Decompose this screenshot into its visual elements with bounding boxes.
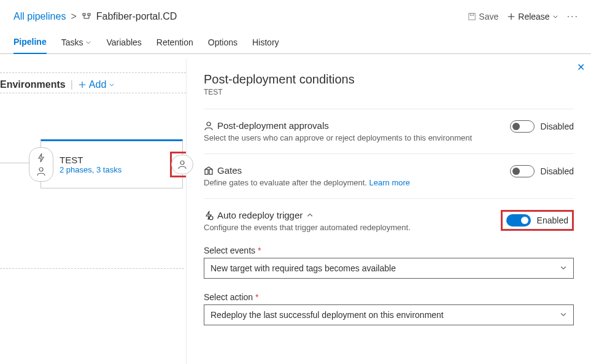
gates-icon xyxy=(204,166,214,176)
action-select[interactable]: Redeploy the last successful deployment … xyxy=(204,304,574,325)
panel-subtitle: TEST xyxy=(204,88,574,96)
redeploy-desc: Configure the events that trigger automa… xyxy=(204,223,411,232)
divider xyxy=(0,268,184,269)
trigger-icon xyxy=(204,211,214,220)
gates-desc: Define gates to evaluate after the deplo… xyxy=(204,178,369,187)
overflow-menu-button[interactable]: ··· xyxy=(567,11,579,22)
add-environment-label: Add xyxy=(89,79,106,90)
chevron-down-icon xyxy=(85,39,91,45)
gates-learn-more-link[interactable]: Learn more xyxy=(369,178,410,187)
chevron-down-icon xyxy=(560,263,567,273)
approvals-toggle[interactable] xyxy=(510,120,535,133)
tab-tasks-label: Tasks xyxy=(61,37,83,47)
release-button[interactable]: Release xyxy=(507,12,558,21)
person-icon xyxy=(177,160,187,169)
tabs: Pipeline Tasks Variables Retention Optio… xyxy=(0,28,591,54)
svg-rect-1 xyxy=(88,14,90,15)
pipeline-icon xyxy=(82,12,91,21)
redeploy-toggle-state: Enabled xyxy=(537,215,568,225)
breadcrumb-separator: > xyxy=(71,11,76,22)
breadcrumb: All pipelines > Fabfiber-portal.CD xyxy=(14,11,177,22)
post-deployment-conditions-panel: ✕ Post-deployment conditions TEST Post-d… xyxy=(186,59,591,364)
action-value: Redeploy the last successful deployment … xyxy=(211,310,444,320)
svg-rect-8 xyxy=(209,169,212,174)
plus-icon xyxy=(78,80,87,89)
breadcrumb-root[interactable]: All pipelines xyxy=(14,11,66,22)
svg-rect-7 xyxy=(205,169,208,174)
save-button[interactable]: Save xyxy=(468,12,498,21)
svg-point-6 xyxy=(207,122,211,126)
add-environment-button[interactable]: Add xyxy=(78,79,115,90)
chevron-down-icon xyxy=(552,14,558,20)
collapse-icon[interactable] xyxy=(306,210,314,220)
approvals-desc: Select the users who can approve or reje… xyxy=(204,133,472,142)
divider: | xyxy=(71,79,73,90)
trigger-icon xyxy=(36,153,46,163)
tab-tasks[interactable]: Tasks xyxy=(61,32,92,53)
plus-icon xyxy=(507,12,516,21)
tab-history[interactable]: History xyxy=(252,32,279,53)
tab-retention[interactable]: Retention xyxy=(156,32,193,53)
save-icon xyxy=(468,12,476,21)
svg-point-9 xyxy=(209,216,213,220)
approvals-title: Post-deployment approvals xyxy=(217,120,329,131)
svg-rect-3 xyxy=(471,14,474,16)
required-marker: * xyxy=(258,246,261,255)
events-select[interactable]: New target with required tags becomes av… xyxy=(204,258,574,279)
tab-options[interactable]: Options xyxy=(208,32,238,53)
stage-tasks-link[interactable]: 2 phases, 3 tasks xyxy=(60,165,171,174)
stage-card[interactable]: TEST 2 phases, 3 tasks xyxy=(41,139,183,188)
gates-title: Gates xyxy=(217,165,242,176)
environments-heading: Environments xyxy=(0,79,66,90)
gates-toggle-state: Disabled xyxy=(541,166,574,176)
svg-rect-2 xyxy=(469,14,476,20)
highlight-redeploy-toggle: Enabled xyxy=(501,210,574,231)
tab-pipeline[interactable]: Pipeline xyxy=(14,32,47,54)
events-value: New target with required tags becomes av… xyxy=(211,263,396,273)
close-panel-button[interactable]: ✕ xyxy=(577,61,585,73)
redeploy-toggle[interactable] xyxy=(506,214,531,227)
svg-point-5 xyxy=(180,161,184,165)
person-icon xyxy=(204,121,214,131)
person-icon xyxy=(36,166,46,176)
svg-rect-0 xyxy=(83,14,85,15)
tab-variables[interactable]: Variables xyxy=(106,32,141,53)
gates-toggle[interactable] xyxy=(510,165,535,177)
breadcrumb-current: Fabfiber-portal.CD xyxy=(96,11,177,22)
pre-deployment-conditions-button[interactable] xyxy=(29,147,53,182)
chevron-down-icon xyxy=(560,310,567,320)
svg-point-4 xyxy=(39,168,43,171)
events-label: Select events xyxy=(204,246,255,255)
stage-name: TEST xyxy=(60,155,171,165)
panel-title: Post-deployment conditions xyxy=(204,72,574,87)
chevron-down-icon xyxy=(109,82,115,88)
action-label: Select action xyxy=(204,292,253,302)
save-label: Save xyxy=(479,12,498,21)
release-label: Release xyxy=(518,12,549,21)
post-deployment-conditions-button[interactable] xyxy=(171,155,193,174)
redeploy-title: Auto redeploy trigger xyxy=(217,210,303,220)
approvals-toggle-state: Disabled xyxy=(541,122,574,131)
required-marker: * xyxy=(255,292,258,302)
